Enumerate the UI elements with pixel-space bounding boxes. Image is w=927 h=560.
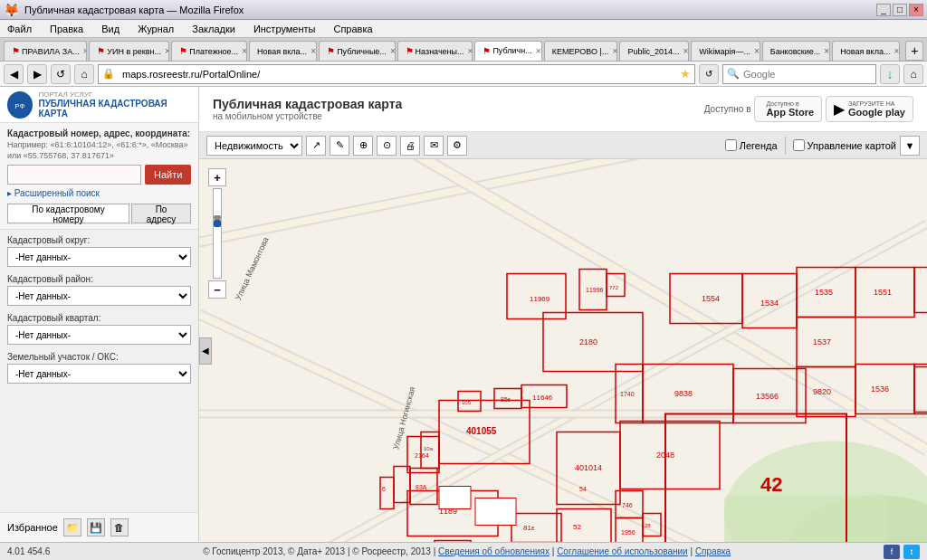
tab-public2014[interactable]: Public_2014... × bbox=[619, 41, 689, 61]
svg-text:РФ: РФ bbox=[15, 102, 25, 110]
pkk-subtitle: на мобильном устройстве bbox=[213, 111, 402, 121]
tab-close[interactable]: × bbox=[754, 46, 760, 56]
manage-map-checkbox[interactable] bbox=[793, 139, 805, 151]
cursor-tool-btn[interactable]: ↗ bbox=[306, 136, 326, 156]
search-button[interactable]: Найти bbox=[145, 165, 191, 185]
tab-bank[interactable]: Банковские... × bbox=[762, 41, 831, 61]
reload-btn[interactable]: ↺ bbox=[51, 64, 71, 84]
tab-pravila[interactable]: ⚑ ПРАВИЛА ЗА... × bbox=[4, 41, 87, 61]
print-tool-btn[interactable]: 🖨 bbox=[400, 136, 420, 156]
browser-search-input[interactable] bbox=[743, 69, 872, 80]
tab-new1[interactable]: Новая вкла... × bbox=[249, 41, 317, 61]
tab-address-btn[interactable]: По адресу bbox=[131, 204, 191, 223]
menu-view[interactable]: Вид bbox=[98, 22, 123, 36]
menu-file[interactable]: Файл bbox=[4, 22, 35, 36]
tab-close[interactable]: × bbox=[612, 46, 617, 56]
property-type-select[interactable]: Недвижимость bbox=[206, 136, 302, 156]
tab-close[interactable]: × bbox=[683, 46, 689, 56]
toolbar-dropdown-btn[interactable]: ▼ bbox=[900, 136, 920, 156]
land-select[interactable]: -Нет данных- bbox=[7, 364, 191, 384]
legend-checkbox[interactable] bbox=[725, 139, 737, 151]
pkk-title: Публичная кадастровая карта bbox=[213, 97, 402, 111]
svg-text:9838: 9838 bbox=[674, 389, 693, 398]
menu-edit[interactable]: Правка bbox=[46, 22, 87, 36]
facebook-btn[interactable]: f bbox=[884, 545, 900, 559]
forward-btn[interactable]: ▶ bbox=[27, 64, 47, 84]
tab-close[interactable]: × bbox=[83, 46, 88, 56]
tab-close[interactable]: × bbox=[242, 46, 247, 56]
sidebar-toggle[interactable]: ◀ bbox=[199, 337, 212, 365]
identify-tool-btn[interactable]: ⊙ bbox=[377, 136, 397, 156]
menu-help[interactable]: Справка bbox=[330, 22, 376, 36]
tab-close[interactable]: × bbox=[894, 46, 899, 56]
window-title: Публичная кадастровая карта — Mozilla Fi… bbox=[24, 5, 874, 15]
favorites-folder-btn[interactable]: 📁 bbox=[63, 518, 81, 536]
tab-add[interactable]: + bbox=[905, 41, 923, 61]
zoom-handle[interactable] bbox=[214, 220, 221, 227]
tab-close[interactable]: × bbox=[165, 46, 169, 56]
search-input[interactable] bbox=[7, 165, 141, 185]
minimize-btn[interactable]: _ bbox=[876, 4, 891, 16]
tab-close[interactable]: × bbox=[824, 46, 829, 56]
quarter-select[interactable]: -Нет данных- bbox=[7, 325, 191, 345]
search-panel: Кадастровый номер, адрес, координата: На… bbox=[0, 123, 198, 230]
svg-text:11996: 11996 bbox=[586, 287, 604, 293]
google-icon: ▶ bbox=[834, 100, 845, 118]
svg-rect-110 bbox=[439, 487, 471, 509]
tab-close[interactable]: × bbox=[536, 46, 541, 56]
url-input[interactable] bbox=[119, 65, 680, 83]
map-toolbar: Недвижимость ↗ ✎ ⊕ ⊙ 🖨 ✉ ⚙ Легенда Управ… bbox=[199, 132, 927, 159]
appstore-badge[interactable]: Доступно в App Store bbox=[754, 96, 822, 122]
close-btn[interactable]: × bbox=[909, 4, 923, 16]
favorites-delete-btn[interactable]: 🗑 bbox=[110, 518, 129, 536]
advanced-search-link[interactable]: ▸ Расширенный поиск bbox=[7, 188, 191, 198]
district-select[interactable]: -Нет данных- bbox=[7, 247, 191, 267]
svg-text:11969: 11969 bbox=[530, 295, 550, 303]
quarter-label: Кадастровый квартал: bbox=[7, 313, 191, 323]
download-btn[interactable]: ↓ bbox=[880, 64, 900, 84]
zoom-in-btn[interactable]: + bbox=[208, 168, 226, 186]
help-link[interactable]: Справка bbox=[695, 546, 731, 556]
favorites-save-btn[interactable]: 💾 bbox=[87, 518, 105, 536]
home2-btn[interactable]: ⌂ bbox=[903, 64, 923, 84]
tab-close[interactable]: × bbox=[468, 46, 473, 56]
tab-publichna[interactable]: ⚑ Публичн... × bbox=[474, 41, 541, 61]
tab-uin[interactable]: ⚑ УИН в реквн... × bbox=[89, 41, 169, 61]
tab-naznach[interactable]: ⚑ Назначены... × bbox=[397, 41, 473, 61]
measure-tool-btn[interactable]: ⊕ bbox=[353, 136, 373, 156]
zoom-out-btn[interactable]: − bbox=[208, 280, 226, 299]
menu-tools[interactable]: Инструменты bbox=[250, 22, 320, 36]
right-side: Публичная кадастровая карта на мобильном… bbox=[199, 87, 927, 542]
region-select[interactable]: -Нет данных- bbox=[7, 286, 191, 306]
status-coords: 4.01 454.6 bbox=[7, 546, 50, 556]
edit-tool-btn[interactable]: ✎ bbox=[330, 136, 349, 156]
sidebar: РФ ПОРТАЛ УСЛУГ ПУБЛИЧНАЯ КАДАСТРОВАЯ КА… bbox=[0, 87, 199, 542]
tab-wiki[interactable]: Wikiмарія—... × bbox=[691, 41, 760, 61]
settings-tool-btn[interactable]: ⚙ bbox=[447, 136, 467, 156]
svg-text:52: 52 bbox=[573, 523, 581, 531]
google-badge[interactable]: ▶ ЗАГРУЗИТЕ НА Google play bbox=[826, 96, 913, 122]
share-tool-btn[interactable]: ✉ bbox=[424, 136, 444, 156]
back-btn[interactable]: ◀ bbox=[4, 64, 24, 84]
maximize-btn[interactable]: □ bbox=[893, 4, 907, 16]
twitter-btn[interactable]: t bbox=[903, 545, 920, 559]
menu-history[interactable]: Журнал bbox=[134, 22, 177, 36]
search-engine-icon: 🔍 bbox=[727, 68, 740, 80]
star-icon[interactable]: ★ bbox=[680, 67, 691, 81]
reload2-btn[interactable]: ↺ bbox=[699, 64, 719, 84]
tab-cadastral-btn[interactable]: По кадастровому номеру bbox=[7, 204, 129, 223]
tab-close[interactable]: × bbox=[390, 46, 396, 56]
tab-public[interactable]: ⚑ Публичные... × bbox=[319, 41, 395, 61]
menu-bookmarks[interactable]: Закладки bbox=[188, 22, 239, 36]
map-zoom-controls: + − bbox=[208, 168, 226, 299]
agreement-link[interactable]: Соглашение об использовании bbox=[557, 546, 688, 556]
map-area[interactable]: Улица Мамонтова Улица Ногинская 11969 11… bbox=[199, 159, 927, 542]
tab-new2[interactable]: Новая вкла... × bbox=[832, 41, 900, 61]
svg-text:1536: 1536 bbox=[871, 384, 889, 394]
home-btn[interactable]: ⌂ bbox=[74, 64, 94, 84]
tab-platezh[interactable]: ⚑ Платежное... × bbox=[171, 41, 247, 61]
tab-kemerovo[interactable]: КЕМЕРОВО |... × bbox=[544, 41, 618, 61]
tab-close[interactable]: × bbox=[311, 46, 316, 56]
svg-text:1534: 1534 bbox=[760, 299, 779, 308]
update-link[interactable]: Сведения об обновлениях bbox=[438, 546, 550, 556]
